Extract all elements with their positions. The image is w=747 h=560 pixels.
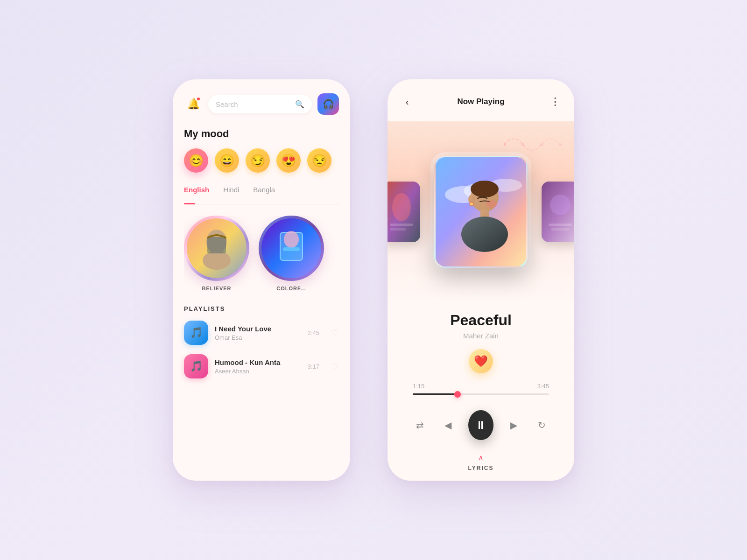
svg-point-9: [521, 143, 524, 146]
main-album-art[interactable]: [434, 156, 528, 268]
svg-point-13: [392, 193, 411, 221]
playlist-name-1: I Need Your Love: [215, 325, 301, 333]
back-icon: ‹: [406, 97, 409, 107]
now-playing-title: Now Playing: [457, 97, 504, 106]
album-card-colorful[interactable]: COLORF...: [259, 216, 324, 291]
svg-point-2: [203, 251, 231, 270]
time-total: 3:45: [537, 383, 549, 390]
favorite-button[interactable]: ❤️: [469, 349, 493, 373]
albums-row: BELIEVER: [184, 216, 339, 291]
svg-rect-29: [549, 224, 572, 226]
svg-point-11: [559, 143, 562, 146]
prev-icon: ◀: [444, 420, 451, 431]
now-playing-header: ‹ Now Playing ⋮: [388, 93, 574, 110]
heart-emoji: ❤️: [474, 355, 488, 368]
playlist-name-2: Humood - Kun Anta: [215, 358, 301, 366]
right-phone: ‹ Now Playing ⋮: [388, 79, 574, 481]
heart-btn-wrap: ❤️: [402, 349, 560, 373]
side-album-left[interactable]: [388, 182, 420, 242]
mood-emoji-happy[interactable]: 😊: [184, 148, 208, 173]
album-circle-colorful: [259, 216, 324, 281]
header: 🔔 Search 🔍: [184, 93, 339, 115]
search-bar[interactable]: Search 🔍: [208, 95, 312, 113]
pause-icon: ⏸: [475, 419, 486, 432]
song-artist: Maher Zain: [402, 332, 560, 340]
shuffle-icon: ⇄: [416, 420, 424, 431]
playlists-section-title: PLAYLISTS: [184, 305, 339, 312]
playlist-artist-1: Omar Esa: [215, 334, 301, 341]
lyrics-label: LYRICS: [468, 465, 494, 471]
album-art-believer: [187, 218, 247, 278]
time-current: 1:15: [413, 383, 424, 390]
left-phone: 🔔 Search 🔍 My mood 😊 😄 😏 😍 😒 English Hin…: [173, 79, 350, 481]
playback-controls: ⇄ ◀ ⏸ ▶ ↻: [402, 403, 560, 448]
song-info-area: Peaceful Maher Zain ❤️ 1:15 3:45: [388, 302, 574, 481]
playlist-item-2: 🎵 Humood - Kun Anta Aseer Ahsan 3:17 ♡: [184, 354, 339, 378]
lyrics-section[interactable]: ∧ LYRICS: [402, 448, 560, 481]
search-icon: 🔍: [295, 100, 304, 109]
tab-hindi[interactable]: Hindi: [223, 186, 239, 198]
tab-bangla[interactable]: Bangla: [253, 186, 275, 198]
svg-rect-14: [390, 224, 413, 226]
playlist-artist-2: Aseer Ahsan: [215, 368, 301, 375]
progress-fill: [413, 393, 458, 395]
mood-emoji-unamused[interactable]: 😒: [307, 148, 331, 173]
svg-point-25: [470, 202, 473, 206]
svg-point-23: [461, 217, 508, 252]
favorite-btn-2[interactable]: ♡: [331, 361, 339, 371]
album-label-believer: BELIEVER: [202, 286, 231, 291]
next-button[interactable]: ▶: [507, 416, 521, 434]
playlist-info-1: I Need Your Love Omar Esa: [215, 325, 301, 341]
mood-emoji-smirk[interactable]: 😏: [246, 148, 270, 173]
tab-english[interactable]: English: [184, 186, 209, 198]
play-pause-button[interactable]: ⏸: [468, 410, 493, 440]
svg-rect-7: [283, 247, 300, 251]
repeat-icon: ↻: [538, 420, 546, 431]
song-title: Peaceful: [402, 312, 560, 329]
playlist-duration-2: 3:17: [308, 363, 319, 370]
progress-bar[interactable]: [413, 393, 549, 395]
playlist-thumb-1: 🎵: [184, 321, 208, 345]
avatar-image: [317, 93, 339, 115]
playlist-info-2: Humood - Kun Anta Aseer Ahsan: [215, 358, 301, 375]
language-tabs: English Hindi Bangla: [184, 186, 339, 204]
playlist-thumb-2: 🎵: [184, 354, 208, 378]
notification-dot: [196, 97, 201, 101]
more-icon: ⋮: [550, 96, 559, 108]
album-circle-believer: [184, 216, 249, 281]
time-row: 1:15 3:45: [413, 383, 549, 390]
playlist-item-1: 🎵 I Need Your Love Omar Esa 2:45 ♡: [184, 321, 339, 345]
svg-point-6: [284, 231, 299, 248]
album-label-colorful: COLORF...: [276, 286, 306, 291]
svg-rect-3: [207, 237, 226, 253]
mood-emoji-love[interactable]: 😍: [276, 148, 301, 173]
more-options-button[interactable]: ⋮: [546, 93, 563, 110]
lyrics-chevron-icon: ∧: [478, 453, 484, 462]
progress-thumb[interactable]: [454, 391, 461, 398]
user-avatar[interactable]: [317, 93, 339, 115]
svg-point-26: [486, 200, 497, 208]
shuffle-button[interactable]: ⇄: [413, 416, 428, 434]
album-art-colorful: [261, 218, 321, 278]
svg-point-10: [540, 143, 543, 146]
previous-button[interactable]: ◀: [441, 416, 456, 434]
progress-area: 1:15 3:45: [402, 383, 560, 395]
back-button[interactable]: ‹: [399, 93, 416, 110]
svg-rect-15: [390, 228, 406, 231]
mood-section-title: My mood: [184, 128, 339, 140]
mood-emoji-grin[interactable]: 😄: [215, 148, 239, 173]
artwork-area: [388, 121, 574, 302]
next-icon: ▶: [510, 420, 517, 431]
repeat-button[interactable]: ↻: [534, 416, 549, 434]
mood-emoji-row: 😊 😄 😏 😍 😒: [184, 148, 339, 173]
svg-point-28: [550, 195, 571, 215]
favorite-btn-1[interactable]: ♡: [331, 328, 339, 338]
search-placeholder: Search: [216, 100, 291, 108]
notification-bell[interactable]: 🔔: [184, 95, 203, 113]
svg-rect-30: [551, 228, 570, 231]
side-album-right[interactable]: [542, 182, 574, 242]
playlist-duration-1: 2:45: [308, 329, 319, 336]
album-card-believer[interactable]: BELIEVER: [184, 216, 249, 291]
